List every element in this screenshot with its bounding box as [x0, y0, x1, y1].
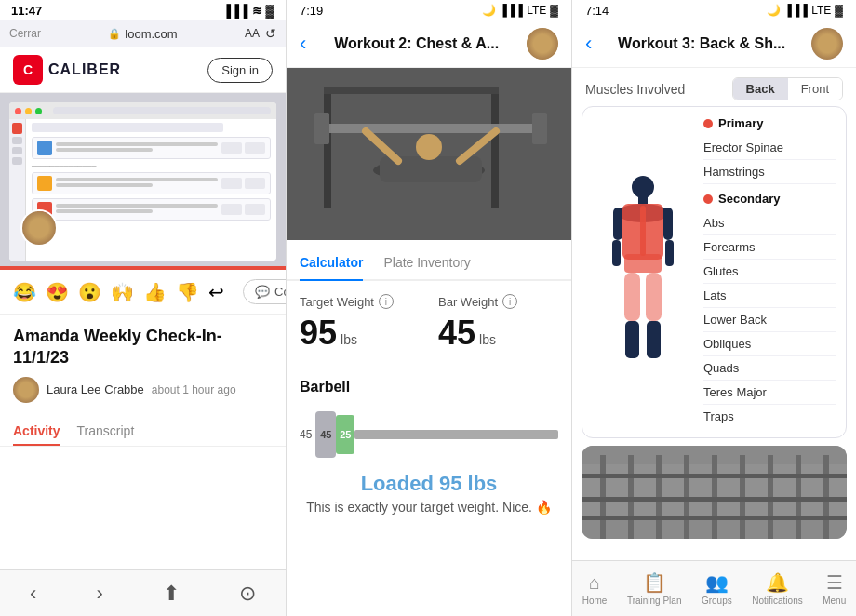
svg-rect-20 — [624, 254, 662, 273]
nav-home[interactable]: ⌂ Home — [582, 572, 608, 606]
reaction-love[interactable]: 😍 — [46, 281, 69, 303]
back-button[interactable]: ‹ — [30, 582, 36, 606]
status-time-1: 11:47 — [11, 4, 42, 18]
target-info-icon[interactable]: i — [379, 294, 394, 309]
content-tabs: Activity Transcript — [0, 418, 286, 447]
status-bar-2: 7:19 🌙 ▐▐▐ LTE ▓ — [287, 0, 571, 20]
title-section: Amanda Weekly Check-In-11/1/23 Laura Lee… — [0, 315, 286, 410]
svg-rect-22 — [646, 273, 662, 321]
browser-reload-button[interactable]: ↺ — [265, 26, 276, 41]
menu-icon: ☰ — [826, 571, 843, 594]
reaction-clap[interactable]: 🙌 — [111, 281, 134, 303]
panel-workout-calculator: 7:19 🌙 ▐▐▐ LTE ▓ ‹ Workout 2: Chest & A.… — [286, 0, 571, 616]
bar-info-icon[interactable]: i — [502, 294, 517, 309]
muscle-lats: Lats — [703, 284, 836, 308]
author-name: Laura Lee Crabbe — [47, 382, 144, 396]
reaction-laugh[interactable]: 😂 — [13, 281, 36, 303]
svg-rect-15 — [613, 208, 622, 240]
target-weight-label: Target Weight i — [300, 294, 420, 309]
muscles-card: Primary Erector Spinae Hamstrings Second… — [582, 106, 847, 438]
tab-transcript[interactable]: Transcript — [77, 418, 135, 446]
workout-text-1 — [56, 142, 218, 154]
svg-rect-21 — [624, 273, 640, 321]
status-right-2: 🌙 ▐▐▐ LTE ▓ — [482, 4, 558, 17]
workout-text-3 — [56, 204, 218, 215]
secondary-section-title: Secondary — [703, 192, 836, 206]
muscles-involved-label: Muscles Involved — [585, 82, 685, 97]
browser-url-area[interactable]: 🔒 loom.com — [48, 27, 237, 41]
browser-aa-button[interactable]: AA — [245, 27, 260, 40]
svg-rect-25 — [640, 206, 646, 256]
bar-weight-number: 45 — [438, 314, 475, 353]
battery-icon-1: ▓ — [266, 4, 274, 18]
home-icon: ⌂ — [589, 572, 600, 594]
forward-button[interactable]: › — [96, 582, 102, 606]
workout-text-2 — [56, 178, 218, 189]
notifications-label: Notifications — [752, 596, 802, 606]
comment-label: Comment — [274, 285, 286, 299]
nav-notifications[interactable]: 🔔 Notifications — [752, 571, 802, 606]
browser-close[interactable]: Cerrar — [9, 27, 41, 40]
workout-header: ‹ Workout 2: Chest & A... — [287, 20, 571, 68]
workout-video[interactable] — [287, 68, 571, 240]
loaded-text: Loaded 95 lbs — [300, 462, 558, 500]
share-button[interactable]: ⬆ — [163, 582, 180, 606]
bar-weight-value: 45 lbs — [438, 314, 558, 353]
muscles-header: ‹ Workout 3: Back & Sh... — [572, 20, 856, 68]
back-button-3[interactable]: ‹ — [585, 32, 592, 56]
gym-scene — [287, 68, 571, 240]
target-weight-item: Target Weight i 95 lbs — [300, 294, 420, 353]
signal-icon-1: ▐▐▐ — [222, 4, 248, 18]
reaction-reply[interactable]: ↩ — [208, 281, 224, 303]
back-front-toggle: Back Front — [732, 77, 843, 100]
browser-url[interactable]: loom.com — [125, 27, 177, 41]
svg-rect-18 — [665, 240, 674, 266]
moon-icon-2: 🌙 — [482, 4, 496, 17]
back-toggle-button[interactable]: Back — [733, 78, 788, 100]
caliber-logo: C CALIBER — [13, 55, 121, 85]
svg-point-12 — [632, 176, 654, 198]
tab-plate-inventory[interactable]: Plate Inventory — [383, 246, 470, 279]
nav-menu[interactable]: ☰ Menu — [823, 571, 846, 606]
reaction-thumbsdown[interactable]: 👎 — [176, 281, 199, 303]
reaction-thumbsup[interactable]: 👍 — [143, 281, 167, 303]
workout-stats-3 — [221, 204, 265, 215]
avatar-mini — [20, 209, 58, 247]
lte-label-3: LTE — [811, 4, 831, 17]
groups-icon: 👥 — [705, 571, 729, 594]
barbell-label: Barbell — [300, 379, 558, 395]
groups-label: Groups — [702, 596, 732, 606]
svg-rect-6 — [532, 113, 547, 144]
bookmark-button[interactable]: ⊙ — [239, 582, 256, 606]
tab-calculator[interactable]: Calculator — [300, 246, 363, 281]
workout-avatar[interactable] — [527, 28, 558, 60]
signin-button[interactable]: Sign in — [207, 58, 273, 83]
tab-activity[interactable]: Activity — [13, 418, 60, 446]
barbell-section: Barbell 45 45 25 Loaded 95 lbs This is e… — [287, 379, 571, 537]
muscle-forearms: Forearms — [703, 235, 836, 260]
dot-green — [35, 108, 42, 114]
nav-training-plan[interactable]: 📋 Training Plan — [627, 571, 682, 606]
svg-rect-4 — [314, 124, 547, 133]
caliber-logo-text: CALIBER — [48, 61, 121, 78]
caliber-logo-icon: C — [13, 55, 43, 85]
comment-button[interactable]: 💬 Comment — [243, 279, 286, 304]
author-row: Laura Lee Crabbe about 1 hour ago — [13, 377, 273, 403]
target-weight-number: 95 — [300, 314, 337, 353]
status-right-3: 🌙 ▐▐▐ LTE ▓ — [767, 4, 843, 17]
comment-icon: 💬 — [255, 285, 270, 299]
svg-rect-16 — [663, 208, 673, 240]
front-toggle-button[interactable]: Front — [788, 78, 842, 100]
reaction-wow[interactable]: 😮 — [78, 281, 101, 303]
video-title: Amanda Weekly Check-In-11/1/23 — [13, 326, 273, 369]
lock-icon: 🔒 — [108, 28, 121, 40]
secondary-dot — [703, 194, 713, 204]
dot-red — [15, 108, 21, 114]
back-button-2[interactable]: ‹ — [300, 32, 306, 56]
workout-stats-1 — [221, 142, 265, 154]
training-plan-icon: 📋 — [643, 571, 666, 594]
svg-rect-39 — [582, 516, 847, 520]
svg-rect-3 — [324, 87, 499, 94]
nav-groups[interactable]: 👥 Groups — [702, 571, 732, 606]
workout3-avatar[interactable] — [811, 28, 843, 60]
